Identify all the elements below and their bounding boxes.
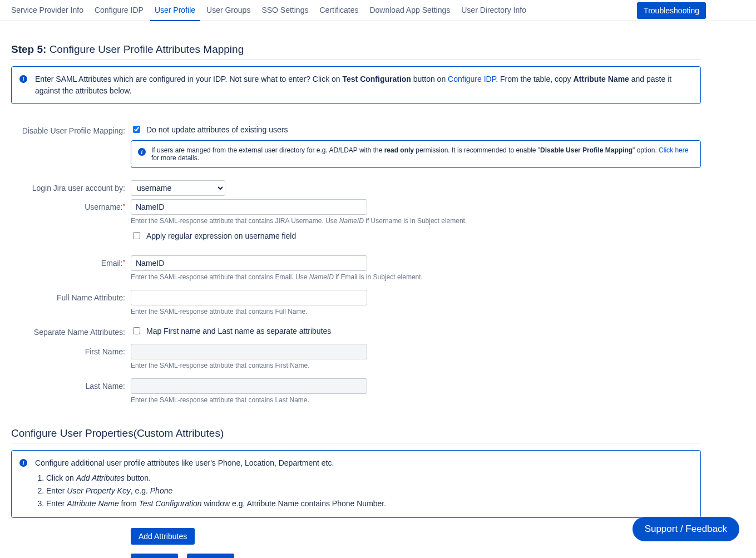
info-text: " option. (633, 146, 659, 154)
info-text: for more details. (151, 154, 199, 162)
fullname-label: Full Name Attribute: (11, 290, 131, 302)
tab-user-profile[interactable]: User Profile (149, 1, 201, 21)
tab-download-app-settings[interactable]: Download App Settings (364, 1, 456, 21)
click-here-link[interactable]: Click here (659, 146, 688, 154)
info-bold: read only (384, 146, 414, 154)
info-icon: i (19, 459, 27, 467)
next-button[interactable]: Next (187, 554, 234, 558)
tab-configure-idp[interactable]: Configure IDP (89, 1, 149, 21)
separate-checkbox[interactable] (133, 327, 140, 334)
custom-intro: Configure additional user profile attrib… (35, 458, 334, 467)
info-box-top: i Enter SAML Attributes which are config… (11, 66, 701, 104)
step-prefix: Step 5: (11, 43, 46, 55)
fullname-help: Enter the SAML-response attribute that c… (131, 308, 701, 315)
save-button[interactable]: Save (131, 554, 178, 558)
info-text: If users are manged from the external us… (151, 146, 384, 154)
login-by-label: Login Jira user account by: (11, 180, 131, 192)
regex-checkbox[interactable] (133, 232, 140, 239)
lastname-help: Enter the SAML-response attribute that c… (131, 396, 701, 404)
tab-service-provider-info[interactable]: Service Provider Info (6, 1, 89, 21)
disable-mapping-info: i If users are manged from the external … (131, 140, 701, 168)
info-text: button on (411, 75, 448, 83)
custom-steps-list: Click on Add Attributes button. Enter Us… (46, 472, 386, 510)
info-bold: Test Configuration (343, 75, 411, 83)
info-text: Enter SAML Attributes which are configur… (35, 75, 343, 83)
list-item: Click on Add Attributes button. (46, 472, 386, 484)
username-label: Username: (11, 199, 131, 211)
tab-bar: Service Provider Info Configure IDP User… (0, 0, 756, 21)
tab-user-directory-info[interactable]: User Directory Info (456, 1, 532, 21)
disable-mapping-checkbox-label: Do not update attributes of existing use… (146, 125, 288, 134)
lastname-input[interactable] (131, 378, 367, 394)
info-text: permission. It is recommended to enable … (414, 146, 540, 154)
separate-label: Separate Name Attributes: (11, 324, 131, 337)
tab-certificates[interactable]: Certificates (314, 1, 364, 21)
tab-sso-settings[interactable]: SSO Settings (256, 1, 314, 21)
username-input[interactable] (131, 199, 367, 215)
firstname-input[interactable] (131, 344, 367, 359)
info-icon: i (19, 75, 27, 83)
list-item: Enter User Property Key, e.g. Phone (46, 485, 386, 497)
email-help: Enter the SAML-response attribute that c… (131, 273, 701, 281)
lastname-label: Last Name: (11, 378, 131, 391)
add-attributes-button[interactable]: Add Attributes (131, 528, 195, 545)
firstname-help: Enter the SAML-response attribute that c… (131, 362, 701, 369)
step-heading: Step 5: Configure User Profile Attribute… (11, 43, 701, 56)
custom-heading: Configure User Properties(Custom Attribu… (11, 427, 701, 440)
info-text: . From the table, copy (496, 75, 573, 83)
tab-user-groups[interactable]: User Groups (201, 1, 256, 21)
info-icon: i (138, 148, 146, 156)
disable-mapping-checkbox-row[interactable]: Do not update attributes of existing use… (131, 124, 701, 135)
regex-checkbox-row[interactable]: Apply regular expression on username fie… (131, 230, 701, 241)
custom-info-box: i Configure additional user profile attr… (11, 450, 701, 518)
configure-idp-link[interactable]: Configure IDP (448, 75, 496, 83)
username-help: Enter the SAML-response attribute that c… (131, 217, 701, 225)
step-title: Configure User Profile Attributes Mappin… (46, 43, 244, 55)
email-label: Email: (11, 255, 131, 268)
separate-checkbox-label: Map First name and Last name as separate… (146, 327, 331, 335)
info-bold: Attribute Name (574, 75, 629, 83)
login-by-select[interactable]: username (131, 180, 225, 196)
troubleshooting-button[interactable]: Troubleshooting (637, 2, 706, 19)
disable-mapping-checkbox[interactable] (133, 126, 140, 133)
email-input[interactable] (131, 255, 367, 271)
disable-mapping-label: Disable User Profile Mapping: (11, 123, 131, 135)
firstname-label: First Name: (11, 344, 131, 356)
support-feedback-button[interactable]: Support / Feedback (633, 517, 739, 541)
separate-checkbox-row[interactable]: Map First name and Last name as separate… (131, 325, 701, 336)
list-item: Enter Attribute Name from Test Configura… (46, 498, 386, 510)
regex-checkbox-label: Apply regular expression on username fie… (146, 231, 296, 240)
fullname-input[interactable] (131, 290, 367, 305)
info-bold: Disable User Profile Mapping (540, 146, 633, 154)
